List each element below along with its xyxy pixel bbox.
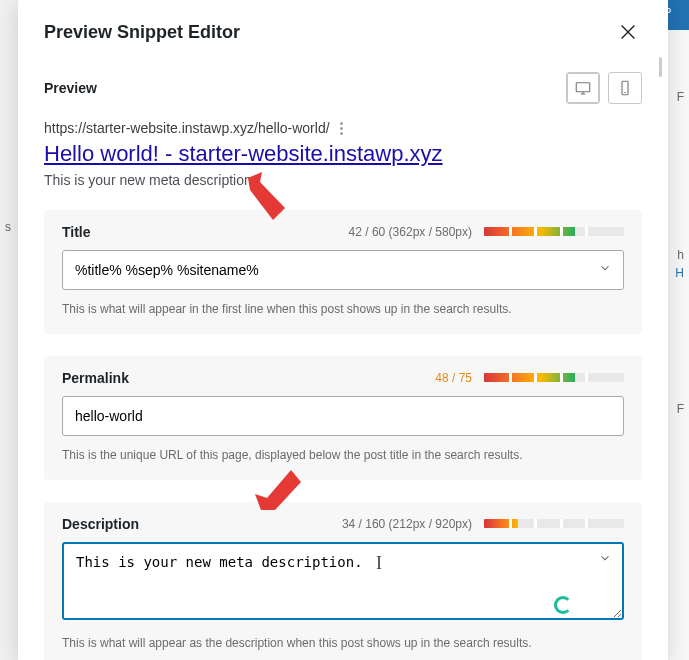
- permalink-help: This is the unique URL of this page, dis…: [62, 446, 624, 464]
- desktop-preview-button[interactable]: [566, 72, 600, 104]
- title-label: Title: [62, 224, 91, 240]
- description-help: This is what will appear as the descript…: [62, 634, 624, 652]
- title-help: This is what will appear in the first li…: [62, 300, 624, 318]
- bg-char: H: [675, 266, 684, 280]
- modal-title: Preview Snippet Editor: [44, 22, 240, 43]
- snippet-editor-modal: Preview Snippet Editor Preview https://s…: [18, 0, 668, 660]
- serp-url: https://starter-website.instawp.xyz/hell…: [44, 120, 330, 136]
- description-label: Description: [62, 516, 139, 532]
- description-counter: 34 / 160 (212px / 920px): [342, 517, 472, 531]
- mobile-preview-button[interactable]: [608, 72, 642, 104]
- title-section: Title 42 / 60 (362px / 580px) This is wh…: [44, 210, 642, 334]
- bg-char: F: [677, 402, 684, 416]
- serp-description: This is your new meta description: [44, 172, 642, 188]
- annotation-arrow-icon: [255, 464, 301, 522]
- device-toggle: [566, 72, 642, 104]
- permalink-input[interactable]: [62, 396, 624, 436]
- permalink-section: Permalink 48 / 75 This is the unique URL…: [44, 356, 642, 480]
- bg-char: F: [677, 90, 684, 104]
- title-length-meter: [484, 227, 624, 236]
- description-meter: [484, 519, 624, 528]
- close-icon: [617, 21, 639, 43]
- more-icon[interactable]: [340, 122, 344, 135]
- loading-spinner-icon: [554, 596, 572, 614]
- description-textarea[interactable]: [62, 542, 624, 620]
- bg-char: h: [677, 248, 684, 262]
- permalink-counter: 48 / 75: [435, 371, 472, 385]
- annotation-arrow-icon: [240, 172, 290, 230]
- permalink-label: Permalink: [62, 370, 129, 386]
- desktop-icon: [574, 79, 592, 97]
- description-section: Description 34 / 160 (212px / 920px) Thi…: [44, 502, 642, 660]
- close-button[interactable]: [614, 18, 642, 46]
- permalink-meter: [484, 373, 624, 382]
- text-cursor-icon: I: [376, 553, 382, 574]
- title-counter: 42 / 60 (362px / 580px): [349, 225, 472, 239]
- modal-body: Preview https://starter-website.instawp.…: [18, 58, 668, 660]
- title-input[interactable]: [62, 250, 624, 290]
- svg-rect-0: [576, 83, 590, 92]
- serp-title-link[interactable]: Hello world! - starter-website.instawp.x…: [44, 141, 443, 166]
- mobile-icon: [616, 79, 634, 97]
- modal-header: Preview Snippet Editor: [18, 0, 668, 58]
- preview-heading: Preview: [44, 80, 97, 96]
